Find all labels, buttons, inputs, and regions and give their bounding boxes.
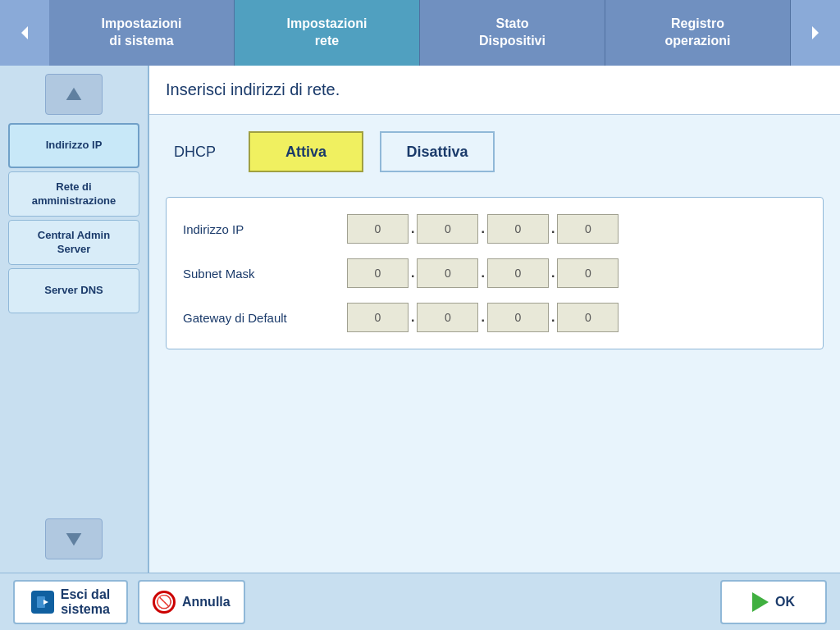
dhcp-inactive-button[interactable]: Disattiva — [380, 131, 495, 172]
gateway-octet-1[interactable]: 0 — [347, 303, 409, 332]
ip-fields-indirizzo: 0 . 0 . 0 . 0 — [347, 214, 619, 244]
ip-fields-gateway: 0 . 0 . 0 . 0 — [347, 303, 619, 332]
content-header: Inserisci indirizzi di rete. — [149, 66, 840, 115]
nav-left-arrow[interactable] — [0, 0, 49, 66]
dhcp-active-button[interactable]: Attiva — [249, 131, 363, 172]
tab-stato-dispositivi[interactable]: Stato Dispositivi — [420, 0, 605, 66]
nav-tabs: Impostazioni di sistema Impostazioni ret… — [49, 0, 791, 66]
ip-octet-4[interactable]: 0 — [557, 214, 619, 244]
ip-dot-3: . — [551, 221, 555, 236]
nav-right-arrow[interactable] — [791, 0, 840, 66]
gateway-dot-2: . — [481, 310, 484, 325]
sidebar-item-indirizzo-ip[interactable]: Indirizzo IP — [8, 123, 139, 168]
dhcp-label: DHCP — [174, 144, 216, 161]
subnet-dot-2: . — [481, 266, 484, 281]
sidebar: Indirizzo IP Rete di amministrazione Cen… — [0, 66, 148, 573]
dhcp-section: DHCP Attiva Disattiva — [149, 115, 840, 189]
content-panel: Inserisci indirizzi di rete. DHCP Attiva… — [148, 66, 840, 573]
sidebar-item-central-admin-server[interactable]: Central Admin Server — [8, 220, 139, 265]
ip-fields-section: Indirizzo IP 0 . 0 . 0 . 0 Subnet Mask 0… — [166, 197, 824, 349]
svg-marker-2 — [66, 88, 82, 100]
top-navigation: Impostazioni di sistema Impostazioni ret… — [0, 0, 840, 66]
ip-octet-3[interactable]: 0 — [487, 214, 549, 244]
svg-marker-3 — [66, 533, 82, 546]
ip-octet-2[interactable]: 0 — [417, 214, 478, 244]
tab-impostazioni-sistema[interactable]: Impostazioni di sistema — [49, 0, 235, 66]
ip-dot-2: . — [481, 221, 484, 236]
tab-registro-operazioni[interactable]: Registro operazioni — [605, 0, 791, 66]
subnet-octet-2[interactable]: 0 — [417, 258, 478, 288]
ip-row-indirizzo: Indirizzo IP 0 . 0 . 0 . 0 — [183, 214, 806, 244]
gateway-octet-2[interactable]: 0 — [417, 303, 478, 332]
svg-marker-0 — [21, 26, 28, 39]
subnet-octet-4[interactable]: 0 — [557, 258, 619, 288]
subnet-dot-3: . — [551, 266, 555, 281]
svg-marker-1 — [812, 26, 819, 39]
ip-dot-1: . — [411, 221, 414, 236]
exit-icon — [31, 591, 54, 614]
sidebar-item-server-dns[interactable]: Server DNS — [8, 268, 139, 313]
ip-row-label-indirizzo: Indirizzo IP — [183, 222, 347, 236]
gateway-octet-3[interactable]: 0 — [487, 303, 549, 332]
gateway-octet-4[interactable]: 0 — [557, 303, 619, 332]
sidebar-item-rete-amministrazione[interactable]: Rete di amministrazione — [8, 171, 139, 217]
ip-row-label-gateway: Gateway di Default — [183, 311, 347, 325]
ip-row-subnet: Subnet Mask 0 . 0 . 0 . 0 — [183, 258, 806, 288]
ip-row-label-subnet: Subnet Mask — [183, 267, 347, 281]
ip-octet-1[interactable]: 0 — [347, 214, 409, 244]
ok-button[interactable]: OK — [720, 580, 827, 624]
bottom-bar: Esci dal sistema 🚫 Annulla OK — [0, 573, 840, 630]
subnet-dot-1: . — [411, 266, 414, 281]
subnet-octet-1[interactable]: 0 — [347, 258, 409, 288]
sidebar-down-arrow[interactable] — [45, 518, 103, 559]
ip-row-gateway: Gateway di Default 0 . 0 . 0 . 0 — [183, 303, 806, 332]
exit-button[interactable]: Esci dal sistema — [13, 580, 128, 624]
cancel-button[interactable]: 🚫 Annulla — [138, 580, 245, 624]
subnet-octet-3[interactable]: 0 — [487, 258, 549, 288]
svg-marker-5 — [43, 600, 48, 605]
main-area: Indirizzo IP Rete di amministrazione Cen… — [0, 66, 840, 573]
ip-fields-subnet: 0 . 0 . 0 . 0 — [347, 258, 619, 288]
ok-play-icon — [752, 592, 769, 612]
cancel-icon: 🚫 — [153, 591, 176, 614]
gateway-dot-3: . — [551, 310, 555, 325]
gateway-dot-1: . — [411, 310, 414, 325]
sidebar-up-arrow[interactable] — [45, 74, 103, 115]
tab-impostazioni-rete[interactable]: Impostazioni rete — [235, 0, 420, 66]
